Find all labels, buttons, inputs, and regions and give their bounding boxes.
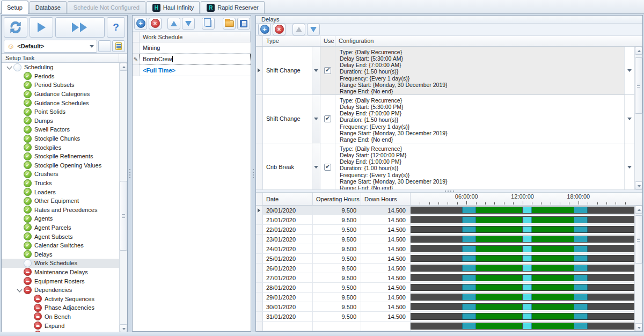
row-selector[interactable]	[256, 293, 263, 302]
delay-configuration-cell[interactable]: Type: {Daily Recurrence}Delay Start: {5:…	[335, 95, 625, 143]
refresh-button[interactable]	[4, 17, 27, 38]
open-button[interactable]	[223, 18, 236, 30]
delete-schedule-button[interactable]	[149, 18, 162, 30]
row-selector[interactable]	[256, 264, 263, 273]
scroll-down-icon[interactable]	[635, 181, 642, 189]
delay-type-dropdown-button[interactable]	[312, 95, 320, 143]
row-selector[interactable]	[256, 302, 263, 311]
tree-item-stockpile-opening-values[interactable]: Stockpile Opening Values	[2, 161, 119, 170]
move-delay-up-button[interactable]	[292, 24, 305, 35]
add-schedule-button[interactable]	[134, 18, 147, 30]
tree-item-stockpile-refinements[interactable]: Stockpile Refinements	[2, 152, 119, 161]
tree-item-phase-adjacencies[interactable]: Phase Adjacencies	[2, 303, 119, 312]
work-schedule-column-header[interactable]: Work Schedule	[140, 32, 251, 42]
schedule-row[interactable]: 30/01/20209.50014.500	[256, 302, 642, 312]
row-selector[interactable]	[256, 225, 263, 234]
row-selector[interactable]	[256, 322, 263, 331]
use-checkbox[interactable]	[324, 115, 331, 122]
tree-item-period-subsets[interactable]: Period Subsets	[2, 81, 119, 90]
delay-type-cell[interactable]: Shift Change	[263, 95, 312, 143]
tab-database[interactable]: Database	[30, 1, 67, 13]
delay-configuration-cell[interactable]: Type: {Daily Recurrence}Delay Start: {12…	[335, 143, 625, 189]
delay-config-dropdown-button[interactable]	[625, 47, 634, 94]
schedule-row[interactable]: 21/01/20209.50014.500	[256, 215, 642, 225]
scroll-down-icon[interactable]	[635, 323, 642, 331]
row-selector[interactable]	[256, 47, 263, 94]
run-all-button[interactable]	[55, 17, 105, 38]
move-delay-down-button[interactable]	[307, 24, 320, 35]
configuration-column-header[interactable]: Configuration	[335, 36, 642, 46]
save-button[interactable]	[237, 18, 250, 30]
tree-item-rates-and-precedences[interactable]: Rates and Precedences	[2, 206, 119, 215]
row-selector[interactable]	[256, 215, 263, 224]
splitter-right[interactable]	[251, 15, 255, 332]
tree-item-guidance-categories[interactable]: Guidance Categories	[2, 90, 119, 99]
tree-item-maintenance-delays[interactable]: Maintenance Delays	[2, 268, 119, 277]
schedule-row[interactable]: 26/01/20209.50014.500	[256, 264, 642, 273]
tree-item-scheduling[interactable]: Scheduling	[2, 63, 119, 72]
tree-item-loaders[interactable]: Loaders	[2, 187, 119, 196]
row-selector[interactable]	[256, 143, 263, 189]
tree-item-agents[interactable]: Agents	[2, 214, 119, 223]
row-selector[interactable]	[133, 42, 140, 53]
tab-rapid-reserver[interactable]: RRapid Reserver	[201, 1, 264, 13]
schedule-row[interactable]: 27/01/20209.50014.500	[256, 273, 642, 283]
tree-item-crushers[interactable]: Crushers	[2, 170, 119, 179]
row-selector[interactable]	[256, 206, 263, 215]
tree-scrollbar[interactable]	[119, 63, 127, 332]
delete-delay-button[interactable]	[273, 24, 286, 35]
chevron-down-icon[interactable]	[16, 286, 24, 294]
tab-setup[interactable]: Setup	[1, 1, 28, 14]
tree-item-calendar-switches[interactable]: Calendar Switches	[2, 241, 119, 250]
delay-type-cell[interactable]: Crib Break	[263, 143, 312, 189]
tree-item-delays[interactable]: Delays	[2, 250, 119, 259]
down-hours-column-header[interactable]: Down Hours	[361, 193, 411, 205]
delay-type-cell[interactable]: Shift Change	[263, 47, 312, 94]
run-button[interactable]	[30, 17, 53, 38]
tree-item-stockpile-chunks[interactable]: Stockpile Chunks	[2, 134, 119, 143]
delay-type-dropdown-button[interactable]	[312, 47, 320, 94]
gantt-scrollbar[interactable]	[634, 206, 642, 331]
add-delay-button[interactable]	[258, 24, 271, 35]
use-column-header[interactable]: Use	[320, 36, 335, 46]
settings-button[interactable]	[98, 40, 111, 52]
help-button[interactable]: ?	[107, 17, 125, 38]
use-checkbox[interactable]	[324, 67, 331, 74]
tree-item-equipment-rosters[interactable]: Equipment Rosters	[2, 276, 119, 286]
scroll-up-icon[interactable]	[120, 63, 127, 71]
tree-item-guidance-schedules[interactable]: Guidance Schedules	[2, 98, 119, 107]
splitter-left[interactable]	[128, 15, 132, 332]
type-column-header[interactable]: Type	[263, 36, 320, 46]
schedule-row[interactable]	[256, 322, 642, 331]
tree-item-on-bench[interactable]: On Bench	[2, 312, 119, 322]
row-selector[interactable]: ✎	[133, 54, 140, 64]
scroll-down-icon[interactable]	[120, 324, 127, 332]
schedule-row[interactable]: 29/01/20209.50014.500	[256, 293, 642, 302]
tree-item-trucks[interactable]: Trucks	[2, 179, 119, 188]
tree-item-dependencies[interactable]: Dependencies	[2, 286, 119, 295]
schedule-row[interactable]: 20/01/20209.50014.500	[256, 206, 642, 215]
row-selector[interactable]	[256, 235, 263, 244]
tree-item-other-equipment[interactable]: Other Equipment	[2, 196, 119, 206]
scroll-thumb[interactable]	[635, 57, 642, 114]
tree-item-point-solids[interactable]: Point Solids	[2, 107, 119, 116]
tree-item-agent-subsets[interactable]: Agent Subsets	[2, 232, 119, 241]
tree-item-swell-factors[interactable]: Swell Factors	[2, 125, 119, 134]
profile-dropdown[interactable]: ☺ <Default>	[4, 40, 97, 53]
schedule-row[interactable]: 31/01/20209.50014.500	[256, 312, 642, 322]
tree-item-agent-parcels[interactable]: Agent Parcels	[2, 223, 119, 232]
delay-config-dropdown-button[interactable]	[625, 95, 634, 143]
delay-configuration-cell[interactable]: Type: {Daily Recurrence}Delay Start: {5:…	[335, 47, 625, 94]
tree-item-expand[interactable]: Expand	[2, 321, 119, 330]
row-selector[interactable]	[256, 254, 263, 263]
scroll-up-icon[interactable]	[635, 206, 642, 214]
schedule-row[interactable]: 25/01/20209.50014.500	[256, 254, 642, 264]
work-schedule-cell[interactable]: <Full Time>	[140, 65, 251, 76]
scroll-up-icon[interactable]	[635, 47, 642, 55]
tree-item-stockpiles[interactable]: Stockpiles	[2, 143, 119, 152]
work-schedule-cell[interactable]: BombCrew	[140, 54, 251, 64]
tree-item-periods[interactable]: Periods	[2, 72, 119, 81]
schedule-row[interactable]: 23/01/20209.50014.500	[256, 235, 642, 244]
copy-button[interactable]	[202, 18, 215, 30]
row-selector[interactable]	[256, 273, 263, 282]
